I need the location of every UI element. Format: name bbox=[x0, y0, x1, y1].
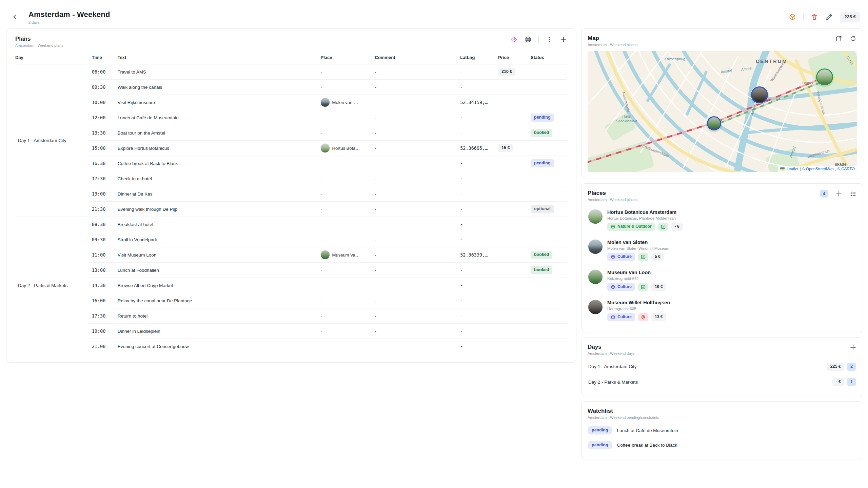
plan-place-cell: - bbox=[318, 339, 372, 354]
carto-link[interactable]: © CARTO bbox=[837, 167, 855, 171]
plan-comment-cell: - bbox=[372, 324, 458, 339]
plan-status-cell: booked bbox=[528, 125, 567, 141]
plan-row[interactable]: 15:00Explore Hortus BotanicusHortus Bota… bbox=[15, 141, 567, 156]
plan-row[interactable]: 14:30Browse Albert Cuyp Market--- bbox=[15, 278, 567, 293]
place-list-item[interactable]: Museum Van LoonKeizersgracht 672Culture1… bbox=[588, 265, 857, 296]
plan-place-cell: - bbox=[318, 293, 372, 308]
plan-comment-cell: - bbox=[372, 125, 458, 141]
plan-text-cell: Visit Rijksmuseum bbox=[115, 95, 318, 110]
watchlist-item[interactable]: pendingLunch at Café de Museumtuin bbox=[588, 423, 857, 438]
expand-map-icon[interactable] bbox=[835, 35, 843, 42]
map-subtitle: Amsterdam - Weekend places bbox=[588, 43, 637, 47]
plan-comment-cell: - bbox=[372, 232, 458, 247]
place-list-item[interactable]: Hortus Botanicus AmsterdamHortus Botanic… bbox=[588, 205, 857, 235]
day-row[interactable]: Day 2 - Parks & Markets- €1 bbox=[588, 374, 857, 390]
plan-row[interactable]: 10:00Visit RijksmuseumMolen van …-52.341… bbox=[15, 95, 567, 110]
package-icon[interactable] bbox=[788, 13, 796, 21]
place-list-item[interactable]: Museum Willet-HolthuysenHerengracht 605C… bbox=[588, 296, 857, 326]
plan-latlng-cell: - bbox=[457, 278, 495, 293]
map-place-marker[interactable] bbox=[707, 116, 721, 130]
plan-latlng-cell: - bbox=[457, 110, 495, 125]
leaflet-map[interactable]: CENTRUMAmstelAmstelAmstelAmstelKrijtberg… bbox=[588, 51, 857, 172]
place-name: Hortus Botanicus Amsterdam bbox=[607, 209, 683, 215]
days-title: Days bbox=[588, 344, 635, 350]
plan-row[interactable]: 13:30Boat tour on the Amstel---booked bbox=[15, 125, 567, 141]
print-icon[interactable] bbox=[524, 36, 532, 43]
check-square-icon bbox=[640, 254, 646, 260]
plan-comment-cell: - bbox=[372, 278, 458, 293]
day-price-badge: - € bbox=[832, 378, 844, 386]
plan-comment-cell: - bbox=[372, 95, 458, 110]
watchlist-item[interactable]: pendingCoffee break at Back to Black bbox=[588, 438, 857, 453]
plan-row[interactable]: Day 1 - Amsterdam City06:00Travel to AMS… bbox=[15, 64, 567, 80]
plan-text-cell: Boat tour on the Amstel bbox=[115, 125, 318, 141]
plan-row[interactable]: 19:00Dinner in Leidseplein--- bbox=[15, 324, 567, 339]
plan-row[interactable]: 16:30Coffee break at Back to Black---pen… bbox=[15, 156, 567, 171]
plan-row[interactable]: 13:00Lunch at Foodhallen---booked bbox=[15, 263, 567, 278]
back-button[interactable] bbox=[10, 12, 20, 22]
plan-place-cell: - bbox=[318, 202, 372, 217]
plan-row[interactable]: 16:00Relax by the canal near De Plantage… bbox=[15, 293, 567, 308]
plan-status-cell bbox=[528, 171, 567, 186]
place-detail: Molen van Sloten Windmill Museum bbox=[607, 246, 669, 250]
plan-time-cell: 16:30 bbox=[89, 156, 115, 171]
plan-place-cell: Museum Va… bbox=[318, 247, 372, 263]
place-price-badge: 10 € bbox=[651, 283, 666, 291]
plan-comment-cell: - bbox=[372, 202, 458, 217]
col-latlng: LatLng bbox=[457, 52, 495, 64]
plan-row[interactable]: 21:00Evening concert at Concertgebouw--- bbox=[15, 339, 567, 354]
visited-check-badge bbox=[638, 253, 648, 261]
plan-latlng-cell: - bbox=[457, 308, 495, 324]
plan-time-cell: 16:00 bbox=[89, 293, 115, 308]
place-list-item[interactable]: Molen van SlotenMolen van Sloten Windmil… bbox=[588, 235, 857, 265]
header-divider bbox=[803, 14, 804, 20]
plan-row[interactable]: 17:30Check-in at hotel--- bbox=[15, 171, 567, 186]
plan-row[interactable]: 09:30Walk along the canals--- bbox=[15, 80, 567, 95]
plan-price-cell bbox=[495, 171, 528, 186]
check-square-icon bbox=[660, 224, 666, 229]
plan-row[interactable]: 09:30Stroll in Vondelpark--- bbox=[15, 232, 567, 247]
add-day-button[interactable] bbox=[849, 344, 857, 351]
plan-time-cell: 17:30 bbox=[89, 171, 115, 186]
plan-price-cell bbox=[495, 263, 528, 278]
plan-text-cell: Evening walk through De Pijp bbox=[115, 202, 318, 217]
plan-row[interactable]: 12:00Lunch at Café de Museumtuin---pendi… bbox=[15, 110, 567, 125]
map-tiles: CENTRUMAmstelAmstelAmstelAmstelKrijtberg… bbox=[588, 51, 857, 172]
kebab-menu-icon[interactable] bbox=[546, 36, 553, 43]
checklist-icon[interactable] bbox=[849, 190, 857, 198]
plan-text-cell: Relax by the canal near De Plantage bbox=[115, 293, 318, 308]
plan-status-cell bbox=[528, 339, 567, 354]
plan-comment-cell: - bbox=[372, 293, 458, 308]
plan-place-cell: - bbox=[318, 308, 372, 324]
route-directions-icon[interactable] bbox=[510, 36, 517, 43]
plan-row[interactable]: Day 2 - Parks & Markets08:30Breakfast at… bbox=[15, 217, 567, 232]
map-place-marker[interactable] bbox=[816, 68, 833, 85]
refresh-map-icon[interactable] bbox=[849, 35, 857, 42]
add-plan-button[interactable] bbox=[560, 36, 567, 43]
col-day: Day bbox=[15, 52, 89, 64]
plan-time-cell: 14:30 bbox=[89, 278, 115, 293]
plan-row[interactable]: 11:00Visit Museum LoonMuseum Va…-52.3633… bbox=[15, 247, 567, 263]
days-subtitle: Amsterdam - Weekend days bbox=[588, 351, 635, 355]
plan-latlng-cell: - bbox=[457, 339, 495, 354]
plan-place-cell: Hortus Bota… bbox=[318, 141, 372, 156]
openstreetmap-link[interactable]: © OpenStreetMap bbox=[802, 167, 833, 171]
app-header: Amsterdam - Weekend 2 days 225 € bbox=[0, 0, 868, 28]
plan-status-cell bbox=[528, 278, 567, 293]
map-place-marker[interactable] bbox=[751, 86, 768, 103]
plan-row[interactable]: 19:00Dinner at De Kas--- bbox=[15, 186, 567, 202]
trash-icon[interactable] bbox=[810, 13, 818, 21]
plans-table: Day Time Text Place Comment LatLng Price… bbox=[15, 52, 567, 354]
place-name: Museum Willet-Holthuysen bbox=[607, 300, 670, 305]
plan-row[interactable]: 21:30Evening walk through De Pijp---opti… bbox=[15, 202, 567, 217]
plan-price-cell bbox=[495, 156, 528, 171]
leaflet-link[interactable]: Leaflet bbox=[787, 167, 798, 171]
edit-pencil-icon[interactable] bbox=[825, 13, 833, 21]
page-subtitle: 2 days bbox=[28, 20, 110, 24]
plan-latlng-cell: - bbox=[457, 232, 495, 247]
plan-time-cell: 08:30 bbox=[89, 217, 115, 232]
day-row[interactable]: Day 1 - Amsterdam City225 €2 bbox=[588, 359, 857, 374]
col-place: Place bbox=[318, 52, 372, 64]
plan-row[interactable]: 17:30Return to hotel--- bbox=[15, 308, 567, 324]
add-place-button[interactable] bbox=[835, 190, 843, 198]
